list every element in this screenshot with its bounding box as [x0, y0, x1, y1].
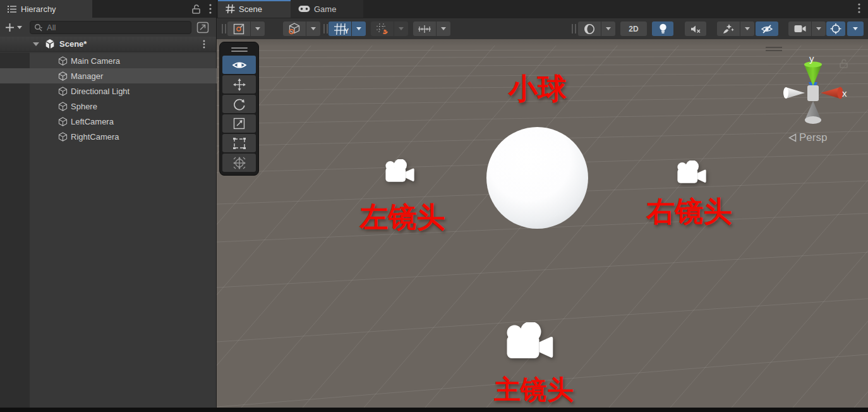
scene-lighting-button[interactable]: [652, 21, 673, 36]
tools-overlay-drag-handle[interactable]: [222, 45, 256, 54]
foldout-triangle-icon[interactable]: [33, 42, 39, 46]
video-camera-icon: [794, 25, 806, 33]
search-input[interactable]: [47, 23, 187, 32]
tool-handle-position-button[interactable]: [227, 21, 250, 36]
view-tool-button[interactable]: [222, 56, 256, 74]
scene-foldout-row[interactable]: Scene*: [0, 37, 217, 52]
grid-visibility-button[interactable]: Y: [329, 21, 351, 36]
grid-snap-magnet-icon: [377, 23, 389, 35]
tool-handle-position-group: [227, 21, 265, 36]
hierarchy-item-rightcamera[interactable]: RightCamera: [0, 129, 217, 144]
window-bottom-edge: [0, 408, 868, 412]
left-camera-gizmo-icon[interactable]: [380, 159, 416, 189]
item-label: Sphere: [71, 102, 97, 111]
label-left-camera[interactable]: 左镜头: [360, 198, 445, 236]
scale-tool-button[interactable]: [222, 114, 256, 133]
create-object-button[interactable]: [5, 23, 22, 32]
axis-x-cone[interactable]: [821, 87, 840, 99]
hierarchy-item-main-camera[interactable]: Main Camera: [30, 53, 217, 68]
label-ball[interactable]: 小球: [509, 70, 567, 109]
rotate-tool-button[interactable]: [222, 95, 256, 113]
toolbar-drag-handle[interactable]: [222, 24, 226, 33]
scene-visibility-button[interactable]: [756, 21, 778, 36]
hierarchy-toolbar: [0, 18, 217, 37]
right-camera-gizmo-icon[interactable]: [672, 161, 708, 190]
axis-y-cone[interactable]: [804, 64, 822, 86]
scene-viewport[interactable]: 小球 左镜头 右镜头 主镜头: [217, 39, 868, 408]
grid-visibility-group: Y: [329, 21, 366, 36]
transform-tool-button[interactable]: [222, 154, 256, 172]
snap-increment-dropdown[interactable]: [437, 21, 450, 36]
draw-mode-button[interactable]: [578, 21, 601, 36]
scene-audio-button[interactable]: [685, 21, 706, 36]
unity-scene-icon: [44, 39, 56, 50]
main-camera-gizmo-icon[interactable]: [498, 322, 555, 370]
plus-icon: [5, 23, 15, 32]
gameobject-cube-icon: [58, 132, 68, 142]
dropdown-caret-icon: [745, 27, 750, 30]
label-main-camera[interactable]: 主镜头: [494, 372, 574, 408]
gizmo-center-cube[interactable]: [807, 85, 819, 101]
move-tool-button[interactable]: [222, 75, 256, 94]
scene-window-menu-kebab-icon[interactable]: [858, 3, 860, 13]
hierarchy-list-icon: [8, 5, 17, 13]
gizmos-button[interactable]: [826, 21, 845, 36]
grid-axis-label: Y: [344, 28, 349, 35]
axis-x-label: x: [842, 88, 847, 99]
audio-muted-icon: [690, 25, 701, 33]
grid-snapping-button[interactable]: [371, 21, 394, 36]
tab-hierarchy[interactable]: Hierarchy: [0, 0, 92, 18]
toolbar-drag-handle[interactable]: [572, 24, 576, 33]
camera-settings-button[interactable]: [788, 21, 811, 36]
gizmos-dropdown[interactable]: [847, 21, 864, 36]
dropdown-caret-icon: [441, 27, 446, 30]
tool-handle-position-dropdown[interactable]: [251, 21, 265, 36]
hierarchy-item-directional-light[interactable]: Directional Light: [0, 83, 217, 99]
game-tab-label: Game: [314, 4, 336, 14]
axis-negx-cone[interactable]: [786, 87, 805, 99]
rect-tool-button[interactable]: [222, 134, 256, 152]
projection-toggle[interactable]: Persp: [788, 131, 827, 144]
scale-tool-icon: [233, 118, 245, 130]
hierarchy-search[interactable]: [30, 21, 191, 34]
hierarchy-item-manager[interactable]: Manager: [0, 68, 217, 83]
gameobject-cube-icon: [58, 102, 68, 111]
tool-handle-rotation-button[interactable]: [283, 21, 306, 36]
search-popout-button[interactable]: [196, 21, 209, 33]
grid-snapping-dropdown[interactable]: [394, 21, 408, 36]
hierarchy-panel: Hierarchy: [0, 0, 217, 408]
lock-icon[interactable]: [192, 4, 200, 14]
item-label: Manager: [71, 71, 103, 81]
label-right-camera[interactable]: 右镜头: [647, 193, 732, 231]
dropdown-caret-icon: [255, 27, 260, 30]
tab-game[interactable]: Game: [291, 0, 363, 18]
snap-increment-ruler-icon: [418, 25, 431, 33]
tool-handle-rotation-dropdown[interactable]: [306, 21, 320, 36]
camera-settings-dropdown[interactable]: [812, 21, 826, 36]
hierarchy-item-sphere[interactable]: Sphere: [0, 99, 217, 114]
pivot-icon: [233, 23, 244, 35]
effects-dropdown[interactable]: [740, 21, 754, 36]
tools-overlay: [219, 42, 259, 176]
toolbar-drag-handle[interactable]: [323, 24, 328, 33]
eye-slash-icon: [761, 24, 773, 34]
effects-button[interactable]: [717, 21, 740, 36]
effects-sparkle-icon: [723, 23, 734, 34]
horizon-shade: [217, 39, 868, 47]
dropdown-caret-icon: [311, 27, 316, 30]
scene-tabwell: Scene Game: [217, 0, 868, 18]
draw-mode-dropdown[interactable]: [601, 21, 615, 36]
2d-toggle-button[interactable]: 2D: [620, 21, 647, 36]
gizmo-lock-icon[interactable]: [840, 59, 848, 68]
sphere-object[interactable]: [486, 127, 588, 229]
scene-window: Scene Game: [217, 0, 868, 408]
dropdown-caret-icon: [356, 27, 361, 30]
tab-scene[interactable]: Scene: [218, 0, 291, 18]
hierarchy-menu-kebab-icon[interactable]: [209, 4, 212, 14]
grid-visibility-dropdown[interactable]: [352, 21, 366, 36]
snap-increment-button[interactable]: [413, 21, 436, 36]
lightbulb-icon: [659, 23, 667, 34]
hierarchy-item-leftcamera[interactable]: LeftCamera: [0, 114, 217, 129]
scene-menu-kebab-icon[interactable]: [203, 40, 205, 49]
item-label: Main Camera: [71, 56, 120, 66]
